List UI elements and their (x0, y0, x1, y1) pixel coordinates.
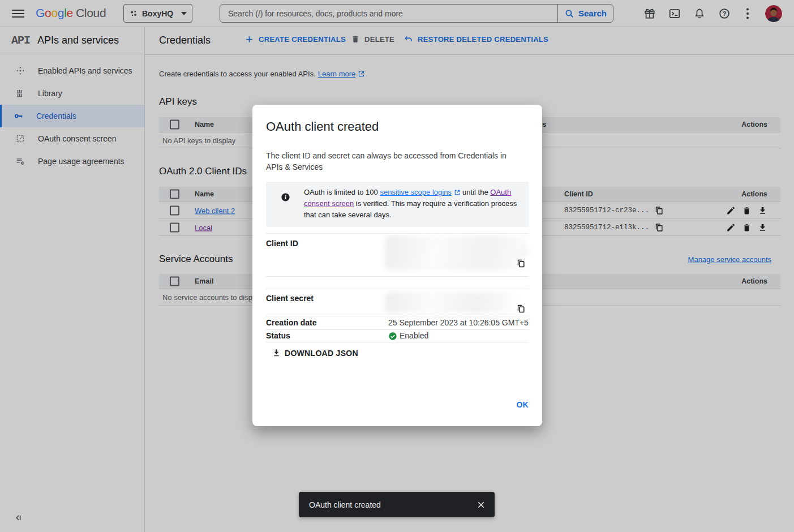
status-row: Status Enabled (266, 330, 529, 342)
creation-date-value: 25 September 2023 at 10:26:05 GMT+5 (388, 318, 529, 327)
download-icon (272, 348, 281, 358)
client-id-row: Client ID (266, 233, 529, 277)
client-id-label: Client ID (266, 239, 298, 248)
copy-icon[interactable] (516, 304, 526, 314)
external-link-icon (454, 189, 461, 196)
check-circle-icon (388, 332, 397, 341)
close-icon[interactable] (477, 500, 486, 509)
status-value: Enabled (400, 331, 428, 340)
client-id-redacted-value (512, 246, 529, 258)
creation-date-label: Creation date (266, 318, 316, 327)
status-label: Status (266, 331, 290, 340)
creation-date-row: Creation date 25 September 2023 at 10:26… (266, 316, 529, 330)
dialog-description: The client ID and secret can always be a… (266, 150, 515, 173)
dialog-title: OAuth client created (266, 119, 379, 134)
ok-button[interactable]: OK (516, 400, 529, 409)
info-banner: OAuth is limited to 100 sensitive scope … (266, 182, 529, 227)
sensitive-scopes-link[interactable]: sensitive scope logins (380, 188, 451, 196)
copy-icon[interactable] (516, 259, 526, 268)
client-id-redacted-value (385, 235, 527, 271)
client-secret-redacted-value (385, 292, 515, 314)
client-secret-label: Client secret (266, 294, 314, 303)
info-text: OAuth is limited to 100 sensitive scope … (304, 187, 518, 221)
toast-message: OAuth client created (308, 500, 477, 509)
info-icon (281, 192, 290, 202)
toast-snackbar: OAuth client created (299, 492, 495, 517)
download-json-button[interactable]: DOWNLOAD JSON (272, 348, 358, 358)
oauth-created-dialog: OAuth client created The client ID and s… (252, 105, 542, 426)
client-secret-row: Client secret (266, 289, 529, 316)
